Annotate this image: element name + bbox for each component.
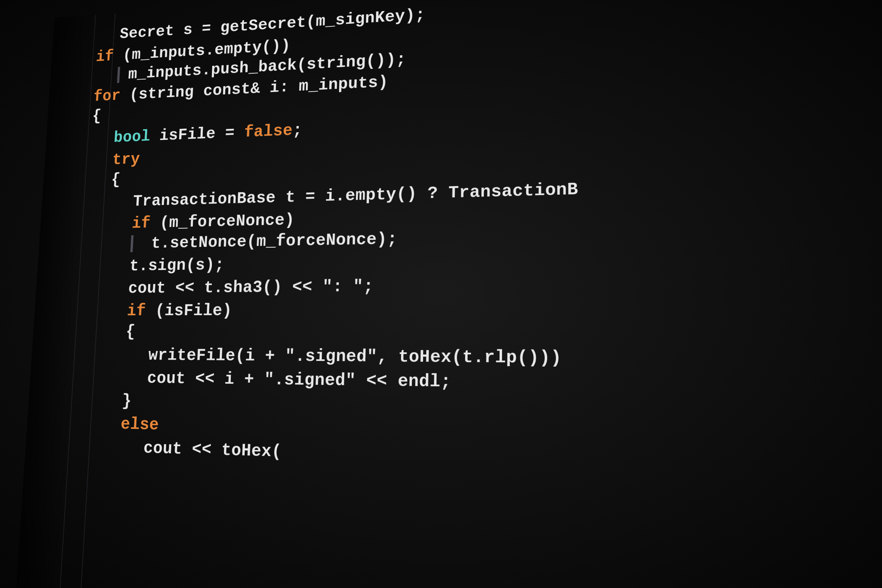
code-line: if (isFile) (80, 296, 882, 321)
code-keyword-if3: if (126, 302, 146, 320)
code-text: (m_forceNonce) (150, 210, 295, 232)
code-text-truncated: toHex( (211, 440, 282, 462)
code-brace: { (125, 322, 136, 341)
code-line: { (78, 321, 882, 345)
code-type: bool (113, 128, 151, 147)
code-brace: } (122, 391, 132, 411)
code-keyword-if2: if (131, 214, 151, 233)
code-text: cout << i + ".signed" << (147, 369, 388, 391)
code-text: t.sign(s); (129, 256, 225, 276)
code-block: Secret s = getSecret(m_signKey); if (m_i… (24, 0, 882, 500)
code-text-truncated: toHex(t.rlp())) (388, 347, 562, 369)
code-text: writeFile(i + ".signed", (148, 346, 388, 367)
code-keyword-else: else (120, 414, 159, 435)
code-text: cout << t.sha3() << ": "; (128, 277, 374, 298)
code-text: cout << (143, 438, 212, 460)
code-text: ; (292, 121, 303, 140)
code-keyword-for: for (93, 87, 121, 106)
code-wrapper: Secret s = getSecret(m_signKey); if (m_i… (11, 0, 882, 588)
vertical-bar-icon (130, 235, 134, 252)
code-text: isFile = (150, 123, 244, 146)
code-keyword-if: if (95, 48, 114, 66)
code-text-truncated: endl; (387, 371, 452, 392)
code-text: t.setNonce(m_forceNonce); (141, 230, 398, 253)
code-value-false: false (244, 121, 293, 142)
code-brace: { (92, 107, 102, 125)
vertical-bar-icon (117, 67, 120, 83)
code-brace: { (111, 171, 121, 189)
code-text: (isFile) (146, 301, 232, 320)
code-editor-background: Secret s = getSecret(m_signKey); if (m_i… (0, 0, 882, 588)
code-text-truncated: TransactionB (448, 180, 578, 202)
code-keyword-try: try (112, 150, 141, 169)
